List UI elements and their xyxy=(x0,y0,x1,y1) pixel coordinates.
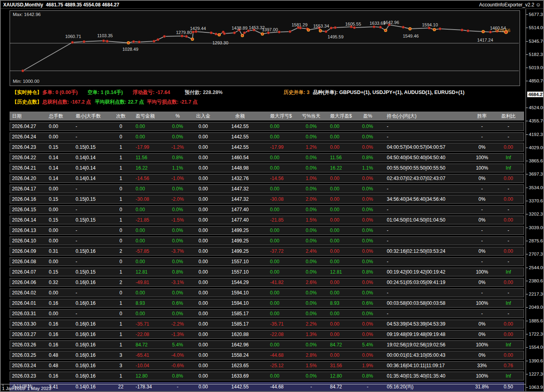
axis-tick xyxy=(526,307,528,308)
axis-tick xyxy=(526,81,528,81)
cell-deposit: 0.00 xyxy=(188,122,219,130)
cell-max_float_loss: 0.00 xyxy=(261,289,299,297)
cell-total_lots: 0.00 xyxy=(45,122,71,130)
stat-segment: 历史并单: 3 xyxy=(284,89,310,96)
cell-deposit: 0.00 xyxy=(188,289,219,297)
cell-max_float_profit: 84.72 xyxy=(324,341,354,349)
axis-tick xyxy=(526,41,528,42)
cell-max_float_profit: 0.00 xyxy=(324,289,354,297)
cell-pnl_pct: 0.0% xyxy=(168,237,188,245)
cell-profit_pct: 0.0% xyxy=(354,195,381,203)
cell-win_rate: 100% xyxy=(472,341,492,349)
svg-text:1293.30: 1293.30 xyxy=(212,40,228,45)
stat-segment: 品种(并单): GBPUSD+(1), USDJPY+(1), AUDUSD(1… xyxy=(313,89,464,96)
cell-balance: 1442.55 xyxy=(219,133,261,141)
cell-loss_pct: 0.0% xyxy=(299,258,324,266)
cell-max_float_profit: 0.00 xyxy=(324,195,354,203)
cell-holding: 34:56:40|34:56:40|34:56:40 xyxy=(381,195,472,203)
axis-tick xyxy=(526,281,528,281)
cell-date: 2026.04.24 xyxy=(10,133,45,141)
cell-win_rate: 100% xyxy=(472,268,492,276)
symbol-ohlc-title: XAUUSD,Monthly 4681.75 4889.35 4554.08 4… xyxy=(3,2,119,8)
cell-profit_pct: 0.0% xyxy=(354,226,381,234)
cell-count: 3 xyxy=(111,351,131,359)
time-axis[interactable]: 1 Jan 2018 1 May 2023 xyxy=(1,384,526,392)
cell-deposit: 0.00 xyxy=(188,195,219,203)
cell-min_max_lots: 0.16|0.16 xyxy=(71,372,111,380)
column-header: 次数 xyxy=(111,112,131,120)
cell-count: 1 xyxy=(111,174,131,182)
cell-win_rate: - xyxy=(472,133,492,141)
cell-max_float_profit: 12.81 xyxy=(324,268,354,276)
cell-profit_ratio: - xyxy=(492,122,524,130)
cell-balance: 1432.76 xyxy=(219,174,261,182)
cell-pnl_pct: 0.8% xyxy=(168,268,188,276)
column-header: 总手数 xyxy=(45,112,71,120)
cell-total_lots: 0.00 xyxy=(45,289,71,297)
table-row: 2026.03.230.160.16|0.16112.800.8%0.00163… xyxy=(10,372,524,380)
cell-pnl_pct: 0.0% xyxy=(168,122,188,130)
column-header: 最小|大手数 xyxy=(71,112,111,120)
cell-max_float_loss: -25.12 xyxy=(261,362,299,370)
cell-max_float_loss: 0.00 xyxy=(261,299,299,307)
cell-deposit: 0.00 xyxy=(188,351,219,359)
table-row: 2026.04.270.00-00.000.0%0.001442.550.000… xyxy=(10,122,524,131)
stat-segment: 【实时持仓】 xyxy=(12,89,42,96)
column-header: 出入金 xyxy=(188,112,219,120)
cell-max_float_profit: 0.00 xyxy=(324,258,354,266)
cell-count: 1 xyxy=(111,195,131,203)
cell-win_rate: 0% xyxy=(472,330,492,338)
smiley-icon[interactable]: ☺ xyxy=(536,2,541,7)
cell-total_lots: 0.14 xyxy=(45,164,71,172)
equity-curve-panel[interactable]: Max: 1642.96 Min: 1000.00 1060.711103.35… xyxy=(10,10,520,86)
cell-min_max_lots: - xyxy=(71,206,111,214)
cell-loss_pct: 2.0% xyxy=(299,195,324,203)
axis-label: 3039.00 xyxy=(529,225,544,230)
chart-titlebar: XAUUSD,Monthly 4681.75 4889.35 4554.08 4… xyxy=(1,1,543,9)
cell-pnl_pct: -4.0% xyxy=(168,351,188,359)
cell-profit_ratio: 0.00 xyxy=(492,216,524,224)
svg-text:1397.00: 1397.00 xyxy=(262,27,278,32)
cell-date: 2026.03.31 xyxy=(10,310,45,318)
cell-balance: 1585.17 xyxy=(219,320,261,328)
cell-max_float_loss: -22.08 xyxy=(261,330,299,338)
cell-profit_ratio: Inf xyxy=(492,372,524,380)
svg-text:1581.29: 1581.29 xyxy=(292,22,308,27)
cell-date: 2026.03.26 xyxy=(10,341,45,349)
cell-holding: 01:35:40|01:35:40|01:35:40 xyxy=(381,372,472,380)
cell-date: 2026.04.17 xyxy=(10,185,45,193)
column-header: 余额 xyxy=(219,112,261,120)
axis-tick xyxy=(526,134,528,135)
cell-total_lots: 0.00 xyxy=(45,226,71,234)
cell-min_max_lots: - xyxy=(71,133,111,141)
axis-tick xyxy=(526,214,528,214)
cell-date: 2026.04.14 xyxy=(10,216,45,224)
cell-balance: 1594.10 xyxy=(219,299,261,307)
cell-total_lots: 0.14 xyxy=(45,174,71,182)
cell-pnl_pct: 0.8% xyxy=(168,154,188,162)
cell-total_lots: 0.00 xyxy=(45,206,71,214)
cell-balance: 1557.10 xyxy=(219,268,261,276)
cell-date: 2026.04.06 xyxy=(10,278,45,286)
cell-loss_pct: 0.0% xyxy=(299,341,324,349)
cell-profit_ratio: 0.00 xyxy=(492,195,524,203)
cell-total_lots: 0.32 xyxy=(45,278,71,286)
cell-max_float_loss: -35.71 xyxy=(261,320,299,328)
svg-text:1495.59: 1495.59 xyxy=(328,34,344,39)
cell-win_rate: 100% xyxy=(472,372,492,380)
cell-max_float_loss: -44.68 xyxy=(261,351,299,359)
cell-profit_ratio: 0.00 xyxy=(492,351,524,359)
cell-max_float_loss: 0.00 xyxy=(261,310,299,318)
cell-pnl_pct: 0.0% xyxy=(168,226,188,234)
table-row: 2026.04.240.00-00.000.0%0.001442.550.000… xyxy=(10,132,524,141)
axis-tick xyxy=(526,201,528,201)
cell-min_max_lots: - xyxy=(71,122,111,130)
price-axis[interactable]: 5677.355514.005345.705182.355019.004850.… xyxy=(526,9,543,391)
cell-deposit: 0.00 xyxy=(188,216,219,224)
cell-balance: 1442.55 xyxy=(219,143,261,151)
cell-win_rate: - xyxy=(472,310,492,318)
cell-profit_ratio: 0.00 xyxy=(492,330,524,338)
cell-profit_pct: 1.1% xyxy=(354,164,381,172)
cell-pnl_pct: 0.0% xyxy=(168,185,188,193)
cell-min_max_lots: - xyxy=(71,185,111,193)
